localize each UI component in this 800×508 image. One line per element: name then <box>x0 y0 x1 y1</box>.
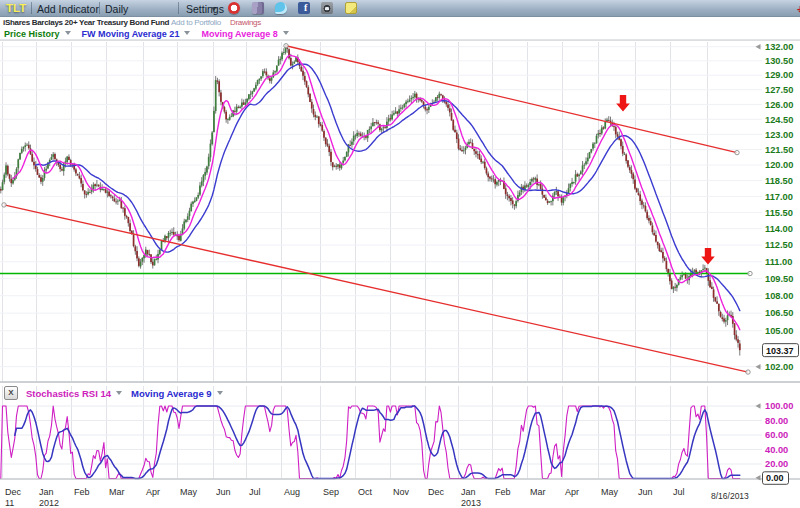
month-label: Mar <box>109 487 125 497</box>
month-label: May <box>601 487 619 497</box>
indicator-header: X Stochastics RSI 14 Moving Average 9 <box>0 386 223 400</box>
price-tick-label: 105.00 <box>765 326 793 336</box>
year-label: 11 <box>5 498 14 508</box>
chevron-down-icon <box>116 391 122 395</box>
oscillator-layer <box>1 406 740 479</box>
month-label: Feb <box>495 487 511 497</box>
add-to-portfolio-link[interactable]: Add to Portfolio <box>171 18 221 27</box>
axis-marker-icon <box>756 364 761 370</box>
month-label: Jan <box>461 487 476 497</box>
trendline <box>4 205 748 372</box>
axis-marker-icon <box>756 403 761 409</box>
month-label: Nov <box>393 487 410 497</box>
month-label: Dec <box>5 487 22 497</box>
end-date-label: 8/16/2013 <box>711 491 749 501</box>
price-tick-label: 115.50 <box>765 208 793 218</box>
price-tick-label: 106.50 <box>765 308 793 318</box>
osc-tick-label: 40.00 <box>765 445 788 455</box>
price-tick-label: 121.50 <box>765 145 793 155</box>
subheader-bar: iShares Barclays 20+ Year Treasury Bond … <box>0 17 800 28</box>
ma21-label: FW Moving Average 21 <box>82 29 180 39</box>
ma8-dropdown[interactable]: Moving Average 8 <box>201 29 288 39</box>
price-tick-label: 132.00 <box>765 42 793 52</box>
price-tick-label: 120.00 <box>765 160 793 170</box>
ma9-label: Moving Average 9 <box>131 388 212 399</box>
price-tick-label: 111.00 <box>765 257 792 267</box>
month-label: Dec <box>428 487 445 497</box>
osc-tick-label: 80.00 <box>765 416 788 426</box>
month-label: Oct <box>358 487 373 497</box>
month-label: Feb <box>74 487 90 497</box>
year-label: 2012 <box>39 498 59 508</box>
price-tick-label: 127.50 <box>765 85 793 95</box>
facebook-glyph: f <box>304 2 307 14</box>
last-price-label: 103.37 <box>766 346 794 356</box>
axis-marker-icon <box>756 44 761 50</box>
osc-tick-label: 60.00 <box>765 430 788 440</box>
chevron-down-icon <box>217 391 223 395</box>
price-tick-label: 112.50 <box>765 240 793 250</box>
drawing-handle <box>2 203 6 207</box>
price-tick-label: 124.50 <box>765 115 793 125</box>
timeframe-dropdown[interactable]: Daily <box>105 3 128 15</box>
drawing-handle <box>735 150 739 154</box>
price-tick-label: 108.00 <box>765 291 793 301</box>
price-history-dropdown[interactable]: Price History <box>4 29 71 39</box>
stoch-rsi-label: Stochastics RSI 14 <box>26 388 111 399</box>
price-history-label: Price History <box>4 29 60 39</box>
month-label: Jun <box>638 487 653 497</box>
month-label: Aug <box>284 487 300 497</box>
price-tick-label: 118.50 <box>765 176 793 186</box>
chevron-down-icon <box>283 31 289 35</box>
month-label: Mar <box>530 487 546 497</box>
drawings-layer[interactable] <box>2 44 752 375</box>
price-tick-label: 126.00 <box>765 100 793 110</box>
main-toolbar: TLT Add Indicator Daily Settings f ↓-0.3… <box>0 0 800 17</box>
toolbar-separator <box>31 2 32 14</box>
chart-canvas[interactable]: 132.00130.50129.00127.50126.00124.50123.… <box>0 0 800 508</box>
books-icon[interactable] <box>252 2 264 14</box>
camera-icon[interactable] <box>321 2 333 14</box>
ma8-label: Moving Average 8 <box>201 29 277 39</box>
year-label: 2013 <box>461 498 481 508</box>
ma21-dropdown[interactable]: FW Moving Average 21 <box>82 29 191 39</box>
series-legend: Price History FW Moving Average 21 Movin… <box>0 28 800 40</box>
month-label: May <box>180 487 198 497</box>
price-tick-label: 129.00 <box>765 70 793 80</box>
month-label: Jul <box>249 487 261 497</box>
price-tick-label: 114.00 <box>765 224 793 234</box>
osc-tick-label: 100.00 <box>765 401 793 411</box>
price-tick-label: 117.00 <box>765 192 793 202</box>
drawing-handle <box>748 271 752 275</box>
osc-tick-label: 20.00 <box>765 459 788 469</box>
axis-marker-icon <box>756 475 761 481</box>
month-label: Apr <box>146 487 160 497</box>
osc-value-label: 0.00 <box>766 473 784 483</box>
month-label: Jul <box>673 487 685 497</box>
symbol-ticker[interactable]: TLT <box>6 2 26 14</box>
stoch-rsi-dropdown[interactable]: Stochastics RSI 14 <box>26 388 122 399</box>
drawing-handle <box>284 44 288 48</box>
price-tick-label: 123.00 <box>765 130 793 140</box>
fund-name: iShares Barclays 20+ Year Treasury Bond … <box>3 18 169 27</box>
month-label: Jan <box>39 487 54 497</box>
toolbar-separator <box>99 2 100 14</box>
settings-button[interactable]: Settings <box>186 3 224 15</box>
ma9-dropdown[interactable]: Moving Average 9 <box>131 388 223 399</box>
price-tick-label: 102.00 <box>765 362 793 372</box>
toolbar-separator <box>178 2 179 14</box>
close-indicator-button[interactable]: X <box>4 386 18 400</box>
month-label: Sep <box>323 487 339 497</box>
candles-layer <box>0 44 741 355</box>
drawing-handle <box>746 370 750 374</box>
add-indicator-button[interactable]: Add Indicator <box>37 3 99 15</box>
notes-icon[interactable] <box>345 2 357 14</box>
alarm-icon[interactable] <box>228 2 240 14</box>
down-arrow-annotation <box>616 95 630 112</box>
twitter-icon[interactable] <box>275 2 287 14</box>
facebook-icon[interactable]: f <box>298 2 310 14</box>
month-label: Jun <box>216 487 231 497</box>
drawings-link[interactable]: Drawings <box>230 18 261 27</box>
month-label: Apr <box>565 487 579 497</box>
chevron-down-icon <box>184 31 190 35</box>
